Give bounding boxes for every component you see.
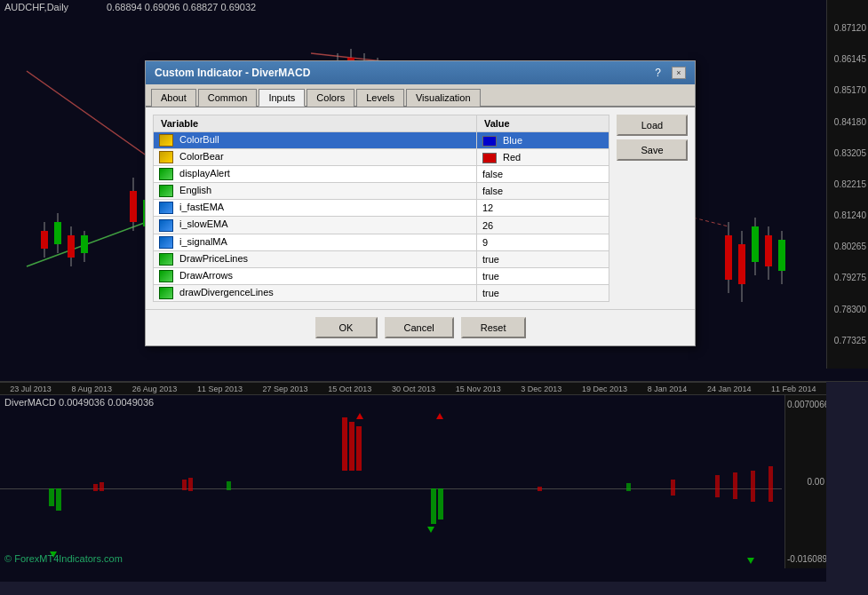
table-row[interactable]: displayAlert false	[154, 166, 609, 183]
table-cell-variable: English	[154, 183, 477, 200]
price-label-10: 0.78300	[829, 305, 866, 314]
table-cell-variable: i_signalMA	[154, 234, 477, 250]
load-button[interactable]: Load	[617, 115, 688, 136]
tab-visualization[interactable]: Visualization	[406, 89, 481, 107]
table-cell-value: 9	[476, 234, 609, 250]
price-label-2: 0.86145	[829, 54, 866, 64]
table-cell-value: 12	[476, 200, 609, 217]
table-row[interactable]: ColorBull Blue	[154, 132, 609, 149]
value-text: Red	[503, 152, 521, 163]
date-label-11: 8 Jan 2014	[648, 385, 688, 393]
dialog-titlebar: Custom Indicator - DiverMACD ? ×	[146, 61, 695, 84]
svg-marker-87	[747, 558, 754, 564]
date-label-10: 19 Dec 2013	[582, 385, 627, 393]
svg-rect-78	[671, 480, 675, 496]
svg-rect-74	[188, 478, 193, 491]
table-row[interactable]: drawDivergenceLines true	[154, 284, 609, 301]
svg-rect-73	[182, 480, 187, 490]
table-row[interactable]: i_signalMA 9	[154, 234, 609, 250]
price-label-11: 0.77325	[829, 336, 866, 345]
ok-button[interactable]: OK	[315, 317, 378, 338]
table-row[interactable]: English false	[154, 183, 609, 200]
params-table: Variable Value ColorBull Blue	[153, 115, 609, 302]
tab-common[interactable]: Common	[198, 89, 258, 107]
table-cell-variable: DrawPriceLines	[154, 250, 477, 267]
tabs-bar: About Common Inputs Colors Levels Visual…	[146, 84, 695, 107]
bool-icon	[159, 253, 173, 266]
svg-rect-82	[768, 466, 773, 502]
params-table-area: Variable Value ColorBull Blue	[153, 115, 609, 302]
bool-icon	[159, 287, 173, 299]
date-label-8: 15 Nov 2013	[456, 385, 501, 393]
table-row[interactable]: DrawArrows true	[154, 267, 609, 284]
table-row[interactable]: DrawPriceLines true	[154, 250, 609, 267]
table-cell-variable: drawDivergenceLines	[154, 284, 477, 301]
table-row[interactable]: ColorBear Red	[154, 149, 609, 166]
int-icon	[159, 202, 173, 214]
svg-rect-10	[81, 235, 88, 253]
int-icon	[159, 236, 173, 249]
variable-name: displayAlert	[179, 168, 230, 178]
cancel-button[interactable]: Cancel	[385, 317, 454, 338]
variable-name: i_signalMA	[179, 236, 227, 247]
table-cell-variable: ColorBull	[154, 132, 477, 149]
value-text: Blue	[503, 135, 522, 146]
macd-title: DiverMACD 0.0049036 0.0049036	[4, 397, 154, 408]
close-button[interactable]: ×	[672, 67, 686, 79]
dialog-footer: OK Cancel Reset	[146, 309, 695, 345]
help-button[interactable]: ?	[655, 67, 661, 79]
value-text: true	[482, 271, 499, 282]
reset-button[interactable]: Reset	[461, 317, 526, 338]
col-header-value: Value	[476, 115, 609, 132]
save-button[interactable]: Save	[617, 139, 688, 161]
table-row[interactable]: i_fastEMA 12	[154, 200, 609, 217]
svg-rect-64	[342, 417, 347, 471]
svg-rect-66	[356, 426, 362, 471]
int-icon	[159, 219, 173, 232]
svg-rect-54	[725, 235, 732, 280]
macd-price-label-3: -0.016089	[787, 554, 824, 564]
value-text: true	[482, 254, 499, 265]
dialog-title: Custom Indicator - DiverMACD	[155, 67, 310, 79]
side-buttons: Load Save	[617, 115, 688, 302]
color-icon	[159, 134, 173, 147]
svg-rect-8	[68, 235, 75, 258]
value-text: false	[482, 169, 503, 179]
color-icon	[159, 151, 173, 163]
chart-ohlc: 0.68894 0.69096 0.68827 0.69032	[107, 2, 256, 12]
bool-icon	[159, 270, 173, 282]
value-text: 9	[482, 237, 488, 248]
bool-icon	[159, 185, 173, 197]
tab-colors[interactable]: Colors	[307, 89, 354, 107]
table-cell-variable: i_slowEMA	[154, 217, 477, 234]
table-cell-value: 26	[476, 217, 609, 234]
table-cell-value: true	[476, 267, 609, 284]
variable-name: drawDivergenceLines	[179, 287, 274, 298]
table-cell-variable: ColorBear	[154, 149, 477, 166]
date-label-3: 26 Aug 2013	[132, 385, 178, 393]
tab-about[interactable]: About	[151, 89, 196, 107]
svg-rect-77	[626, 483, 631, 491]
date-label-2: 8 Aug 2013	[72, 385, 113, 393]
price-label-3: 0.85170	[829, 85, 866, 95]
date-label-5: 27 Sep 2013	[263, 385, 308, 393]
svg-rect-56	[738, 244, 745, 284]
svg-marker-86	[427, 527, 434, 533]
price-label-8: 0.80265	[829, 242, 866, 251]
table-cell-value: false	[476, 183, 609, 200]
svg-rect-65	[349, 422, 354, 471]
table-row[interactable]: i_slowEMA 26	[154, 217, 609, 234]
svg-rect-79	[715, 475, 720, 497]
tab-inputs[interactable]: Inputs	[259, 89, 305, 107]
svg-rect-81	[751, 471, 755, 502]
variable-name: DrawArrows	[179, 270, 233, 281]
date-label-6: 15 Oct 2013	[328, 385, 371, 393]
col-header-variable: Variable	[154, 115, 477, 132]
svg-rect-68	[438, 488, 443, 520]
price-label-5: 0.83205	[829, 148, 866, 158]
dialog-content: Variable Value ColorBull Blue	[146, 107, 695, 309]
tab-levels[interactable]: Levels	[356, 89, 404, 107]
table-cell-value: false	[476, 166, 609, 183]
price-label-1: 0.87120	[829, 23, 866, 33]
color-swatch-bear	[482, 153, 497, 163]
